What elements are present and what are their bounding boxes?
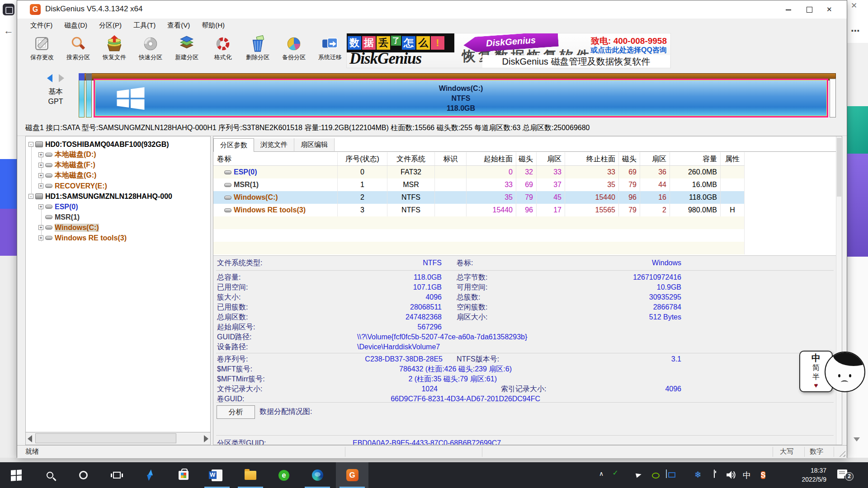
taskbar-explorer-button[interactable]	[234, 462, 267, 488]
expand-icon[interactable]: +	[38, 235, 43, 240]
scroll-right-icon[interactable]	[204, 435, 208, 442]
maximize-button[interactable]	[799, 0, 820, 19]
taskbar-word-button[interactable]	[201, 462, 233, 488]
expand-icon[interactable]: +	[38, 152, 43, 157]
taskbar-diskgenius-button[interactable]: G	[336, 462, 368, 488]
table-row-msr[interactable]: MSR(1) 1 MSR 33 69 37 35 79 44 16.0MB	[213, 178, 745, 191]
cortana-button[interactable]	[67, 462, 99, 488]
backup-partition-button[interactable]: 备份分区	[276, 33, 312, 70]
partition-cell-esp[interactable]	[79, 73, 85, 117]
tree-item-msr[interactable]: MSR(1)	[26, 212, 210, 222]
search-partition-button[interactable]: 搜索分区	[60, 33, 96, 70]
partition-cell-windows-selected[interactable]: Windows(C:) NTFS 118.0GB	[94, 79, 828, 117]
tab-browse-files[interactable]: 浏览文件	[254, 138, 294, 152]
expand-icon[interactable]: +	[38, 173, 43, 178]
collapse-icon[interactable]: -	[28, 194, 33, 199]
panel-vertical-scrollbar[interactable]	[836, 136, 842, 445]
save-changes-button[interactable]: 保存更改	[24, 33, 60, 70]
tree-item-local-g[interactable]: +本地磁盘(G:)	[26, 170, 210, 181]
menu-disk[interactable]: 磁盘(D)	[58, 19, 93, 32]
tray-intel-graphics-icon[interactable]	[661, 470, 672, 481]
resize-grip[interactable]	[839, 450, 845, 457]
scrollbar-thumb[interactable]	[837, 138, 841, 197]
tree-item-recovery-e[interactable]: +RECOVERY(E:)	[26, 181, 210, 191]
menu-file[interactable]: 文件(F)	[24, 19, 58, 32]
tree-item-esp[interactable]: +ESP(0)	[26, 202, 210, 212]
more-options-icon[interactable]	[851, 25, 860, 36]
tree-item-hd0[interactable]: -HD0:TOSHIBAMQ04ABF100(932GB)	[26, 139, 210, 150]
tray-battery-icon[interactable]	[709, 470, 720, 481]
tray-expand-icon[interactable]: ∧	[596, 470, 607, 481]
tray-volume-icon[interactable]	[725, 470, 736, 481]
close-button[interactable]	[820, 0, 840, 19]
partition-cell-msr[interactable]	[86, 73, 92, 117]
table-row-esp[interactable]: ESP(0) 0 FAT32 0 32 33 33 69 36 260.0MB	[213, 166, 745, 178]
promo-banner[interactable]: 数 据 丢 了 怎 么 ! 恢复数据恢复软件 DiskGenius DiskGe…	[346, 33, 671, 68]
tray-security-shield-icon[interactable]	[677, 470, 688, 481]
expand-icon[interactable]: +	[38, 204, 43, 209]
tray-nvidia-icon[interactable]	[645, 470, 656, 481]
taskbar-store-button[interactable]	[167, 462, 200, 488]
delete-partition-button[interactable]: 删除分区	[240, 33, 276, 70]
banner-qq-link[interactable]: 或点击此处选择QQ咨询	[549, 46, 667, 55]
taskbar-edge-button[interactable]	[301, 462, 334, 488]
scroll-down-icon[interactable]	[854, 437, 860, 445]
tree-item-windows-re[interactable]: +Windows RE tools(3)	[26, 233, 210, 243]
partition-table: 卷标 序号(状态) 文件系统 标识 起始柱面 磁头 扇区 终止柱面 磁头 扇区 …	[213, 152, 745, 254]
taskbar-360-browser-button[interactable]: e	[268, 462, 300, 488]
back-arrow-icon[interactable]	[3, 25, 14, 36]
tray-printer-icon[interactable]	[611, 470, 622, 481]
scroll-left-icon[interactable]	[28, 435, 32, 442]
partition-bar-label: Windows(C:)	[95, 84, 827, 94]
menu-help[interactable]: 帮助(H)	[196, 19, 231, 32]
tree-horizontal-scrollbar[interactable]	[26, 432, 210, 445]
title-bar[interactable]: G DiskGenius V5.4.3.1342 x64	[17, 0, 847, 19]
action-center-button[interactable]: 2	[835, 469, 854, 481]
new-partition-button[interactable]: 新建分区	[169, 33, 205, 70]
partition-bar-fs: NTFS	[95, 94, 827, 103]
start-button[interactable]	[0, 462, 33, 488]
expand-icon[interactable]: +	[38, 225, 43, 230]
scrollbar-thumb[interactable]	[35, 433, 176, 443]
menu-partition[interactable]: 分区(P)	[93, 19, 127, 32]
task-view-button[interactable]	[100, 462, 133, 488]
table-row-windows-selected[interactable]: Windows(C:) 2 NTFS 35 79 45 15440 96 16 …	[213, 191, 745, 204]
tab-sector-edit[interactable]: 扇区编辑	[294, 138, 335, 152]
prev-disk-arrow-icon[interactable]	[47, 74, 52, 82]
menu-tools[interactable]: 工具(T)	[127, 19, 161, 32]
tree-item-local-f[interactable]: +本地磁盘(F:)	[26, 160, 210, 170]
format-button[interactable]: 格式化	[205, 33, 241, 70]
minimize-button[interactable]	[778, 0, 799, 19]
taskbar: e G ∧ ❄ 中 S 18:37 2022/5/9 2	[0, 462, 868, 488]
system-migrate-button[interactable]: 系统迁移	[312, 33, 348, 70]
menu-view[interactable]: 查看(V)	[161, 19, 196, 32]
window-title: DiskGenius V5.4.3.1342 x64	[45, 5, 142, 14]
next-disk-arrow-icon[interactable]	[59, 74, 64, 82]
collapse-icon[interactable]: -	[28, 142, 33, 147]
taskbar-search-button[interactable]	[33, 462, 66, 488]
tray-messenger-icon[interactable]	[628, 470, 639, 481]
guid-path-value: \\?\Volume{fcf0fc5b-5207-47ce-a60a-7da61…	[357, 332, 527, 342]
close-icon[interactable]	[851, 1, 857, 10]
tree-item-local-d[interactable]: +本地磁盘(D:)	[26, 150, 210, 160]
vol-label: 卷标:	[457, 258, 473, 268]
taskbar-clock[interactable]: 18:37 2022/5/9	[781, 466, 826, 484]
table-row-windows-re[interactable]: Windows RE tools(3) 3 NTFS 15440 96 17 1…	[213, 204, 745, 216]
tab-partition-params[interactable]: 分区参数	[213, 138, 254, 152]
recover-files-button[interactable]: 恢复文件	[96, 33, 132, 70]
partition-cell-re-tools[interactable]	[830, 79, 836, 117]
background-window-left	[0, 0, 17, 458]
data-allocation-label: 数据分配情况图:	[259, 407, 312, 417]
analyze-button[interactable]: 分析	[217, 405, 255, 419]
taskbar-app-flash[interactable]	[134, 462, 166, 488]
expand-icon[interactable]: +	[38, 183, 43, 188]
tree-item-windows-c[interactable]: +Windows(C:)	[26, 222, 210, 233]
tray-sogou-icon[interactable]: S	[758, 470, 769, 481]
tree-item-hd1[interactable]: -HD1:SAMSUNGMZNLN128HAHQ-000	[26, 191, 210, 202]
tray-ime-indicator[interactable]: 中	[741, 470, 752, 481]
expand-icon[interactable]: +	[38, 163, 43, 168]
quick-partition-button[interactable]: 快速分区	[132, 33, 169, 70]
partition-icon	[45, 163, 52, 167]
heart-icon[interactable]	[800, 381, 832, 389]
tray-snowflake-icon[interactable]: ❄	[693, 470, 703, 481]
